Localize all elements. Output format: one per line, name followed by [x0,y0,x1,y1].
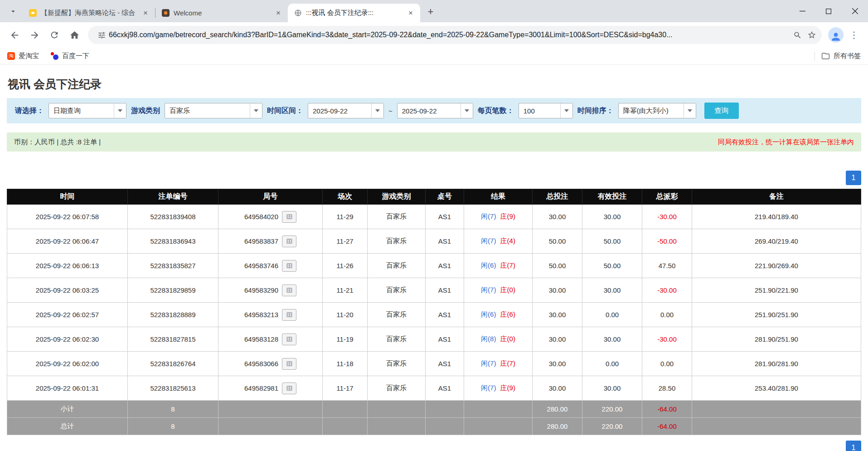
cell-note: 251.90/251.90 [692,303,861,327]
cell-total-bet[interactable]: 50.00 [533,229,582,254]
cell-result: 闲(7) 庄(7) [464,352,533,376]
round-no-text: 649583128 [244,335,278,343]
folder-icon [821,52,830,60]
total-valid-bet: 220.00 [582,418,642,435]
result-player: 闲(7) [481,384,496,392]
round-detail-button[interactable] [282,211,296,223]
round-detail-button[interactable] [282,309,296,321]
tab-search-button[interactable] [5,4,21,19]
round-detail-button[interactable] [282,358,296,370]
cell-payout: 0.00 [642,352,692,376]
cell-total-bet[interactable]: 30.00 [533,327,582,352]
cell-game-type: 百家乐 [368,278,426,303]
tab-strip: 【新提醒】海燕策略论坛 - 综合 × Welcome × :::视讯 会员下注纪… [0,0,868,22]
pagination-page-1-bottom-button[interactable]: 1 [846,441,861,451]
cell-time: 2025-09-22 06:02:30 [7,327,128,352]
round-detail-button[interactable] [282,333,296,345]
cell-game-type: 百家乐 [368,254,426,278]
minimize-button[interactable] [789,0,815,22]
tab-bet-record[interactable]: :::视讯 会员下注纪录::: × [288,4,420,22]
header-valid-bet: 有效投注 [582,189,642,205]
round-no-text: 649584020 [244,213,278,221]
date-end-select[interactable]: 2025-09-22 [397,103,473,118]
profile-avatar[interactable] [828,27,844,43]
cell-total-bet[interactable]: 50.00 [533,254,582,278]
result-player: 闲(7) [481,359,496,367]
cell-valid-bet: 50.00 [582,229,642,254]
all-bookmarks-button[interactable]: 所有书签 [821,52,861,60]
taobao-icon [7,52,15,60]
close-button[interactable] [842,0,868,22]
new-tab-button[interactable]: + [423,4,438,20]
cell-round-no: 649582981 [218,376,323,401]
site-settings-button[interactable] [94,28,109,42]
cell-payout: 47.50 [642,254,692,278]
cell-total-bet[interactable]: 30.00 [533,205,582,229]
round-detail-button[interactable] [282,382,296,394]
cell-valid-bet: 0.00 [582,352,642,376]
date-start-dropdown-button[interactable] [371,103,383,118]
round-detail-button[interactable] [282,284,296,296]
round-no-text: 649583746 [244,262,278,270]
cell-bet-no: 522831828889 [128,303,218,327]
bookmark-baidu[interactable]: 百度一下 [51,52,89,60]
per-page-select[interactable]: 100 [519,103,573,118]
tab-welcome[interactable]: Welcome × [155,4,288,22]
pagination-page-1-button[interactable]: 1 [846,171,861,185]
tab-close-icon[interactable]: × [273,8,283,18]
bet-record-row: 2025-09-22 06:01:31 522831825613 6495829… [7,376,861,401]
round-detail-button[interactable] [282,260,296,272]
round-no-text: 649583290 [244,286,278,294]
currency-total-text: 币别：人民币 | 总共 :8 注单 | [14,138,101,147]
cell-result: 闲(6) 庄(7) [464,254,533,278]
tab-close-icon[interactable]: × [406,8,416,18]
browser-menu-button[interactable]: ⋮ [845,26,863,44]
sort-select[interactable]: 降幂(由大到小) [618,103,696,118]
round-detail-button[interactable] [282,235,296,247]
sort-dropdown-button[interactable] [684,103,696,118]
per-page-dropdown-button[interactable] [560,103,572,118]
bet-record-row: 2025-09-22 06:03:25 522831829859 6495832… [7,278,861,303]
header-round-no: 局号 [218,189,323,205]
game-type-dropdown-button[interactable] [250,103,262,118]
tab-haiyan-forum[interactable]: 【新提醒】海燕策略论坛 - 综合 × [23,4,155,22]
back-button[interactable] [5,26,24,44]
result-player: 闲(7) [481,237,496,245]
cell-valid-bet: 30.00 [582,327,642,352]
cell-total-bet[interactable]: 30.00 [533,303,582,327]
bookmark-taobao[interactable]: 爱淘宝 [7,52,39,60]
cell-time: 2025-09-22 06:06:47 [7,229,128,254]
query-type-select[interactable]: 日期查询 [48,103,126,118]
url-text[interactable]: 66cxkj98.com/game/betrecord_search/kind3… [109,31,790,39]
cell-note: 251.90/221.90 [692,278,861,303]
tab-close-icon[interactable]: × [141,8,150,18]
chevron-down-icon [688,109,692,112]
cell-result: 闲(8) 庄(0) [464,327,533,352]
game-type-select[interactable]: 百家乐 [165,103,262,118]
zoom-button[interactable] [790,28,805,42]
result-player: 闲(7) [481,286,496,294]
cell-total-bet[interactable]: 30.00 [533,352,582,376]
search-button[interactable]: 查询 [704,103,739,119]
result-banker: 庄(9) [500,212,515,220]
reload-button[interactable] [45,26,63,44]
home-button[interactable] [65,26,83,44]
subtotal-valid-bet: 220.00 [582,401,642,418]
date-end-dropdown-button[interactable] [461,103,473,118]
cell-result: 闲(7) 庄(9) [464,376,533,401]
cell-total-bet[interactable]: 30.00 [533,278,582,303]
forward-button[interactable] [25,26,44,44]
query-type-dropdown-button[interactable] [114,103,126,118]
chevron-down-icon [375,109,380,112]
maximize-icon [826,9,831,14]
per-page-label: 每页笔数： [478,106,514,116]
cell-total-bet[interactable]: 30.00 [533,376,582,401]
cell-round-no: 649583746 [218,254,323,278]
chevron-down-icon [564,109,569,112]
address-bar[interactable]: 66cxkj98.com/game/betrecord_search/kind3… [88,26,822,44]
bookmark-star-button[interactable] [805,28,819,42]
cell-time: 2025-09-22 06:03:25 [7,278,128,303]
maximize-button[interactable] [815,0,842,22]
query-type-value: 日期查询 [49,103,114,118]
date-start-select[interactable]: 2025-09-22 [308,103,384,118]
